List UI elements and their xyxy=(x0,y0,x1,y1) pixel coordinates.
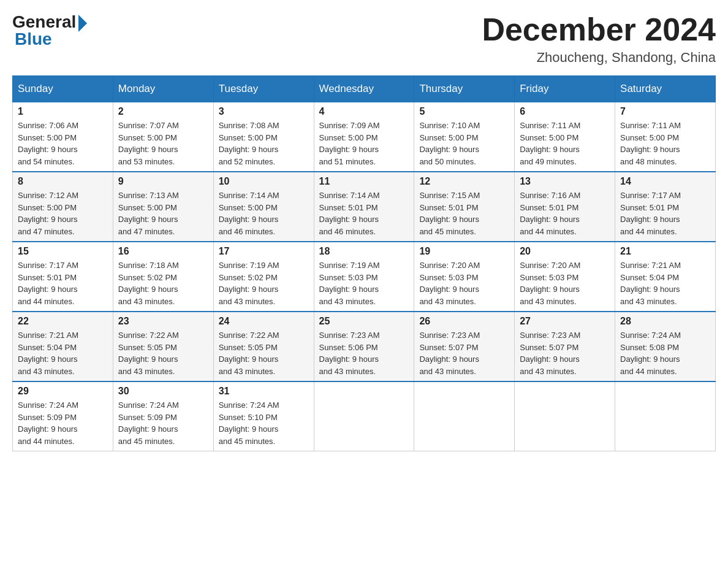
day-cell-21: 21 Sunrise: 7:21 AMSunset: 5:04 PMDaylig… xyxy=(615,242,716,312)
day-info: Sunrise: 7:08 AMSunset: 5:00 PMDaylight:… xyxy=(219,121,279,166)
col-header-friday: Friday xyxy=(515,76,615,102)
day-cell-30: 30 Sunrise: 7:24 AMSunset: 5:09 PMDaylig… xyxy=(113,381,213,451)
logo-blue-text: Blue xyxy=(12,29,52,49)
day-cell-9: 9 Sunrise: 7:13 AMSunset: 5:00 PMDayligh… xyxy=(113,172,213,242)
day-info: Sunrise: 7:06 AMSunset: 5:00 PMDaylight:… xyxy=(18,121,78,166)
title-block: December 2024 Zhoucheng, Shandong, China xyxy=(482,12,716,66)
day-cell-11: 11 Sunrise: 7:14 AMSunset: 5:01 PMDaylig… xyxy=(314,172,414,242)
day-info: Sunrise: 7:24 AMSunset: 5:09 PMDaylight:… xyxy=(18,400,78,446)
col-header-tuesday: Tuesday xyxy=(213,76,314,102)
day-info: Sunrise: 7:09 AMSunset: 5:00 PMDaylight:… xyxy=(319,121,380,166)
day-cell-17: 17 Sunrise: 7:19 AMSunset: 5:02 PMDaylig… xyxy=(213,242,314,312)
day-cell-23: 23 Sunrise: 7:22 AMSunset: 5:05 PMDaylig… xyxy=(113,312,213,381)
day-number: 26 xyxy=(419,316,509,327)
day-cell-16: 16 Sunrise: 7:18 AMSunset: 5:02 PMDaylig… xyxy=(113,242,213,312)
day-info: Sunrise: 7:11 AMSunset: 5:00 PMDaylight:… xyxy=(520,121,580,166)
day-cell-20: 20 Sunrise: 7:20 AMSunset: 5:03 PMDaylig… xyxy=(515,242,615,312)
day-number: 16 xyxy=(118,246,208,257)
day-number: 9 xyxy=(118,176,208,187)
day-number: 25 xyxy=(319,316,409,327)
day-info: Sunrise: 7:24 AMSunset: 5:10 PMDaylight:… xyxy=(219,400,279,446)
week-row-4: 22 Sunrise: 7:21 AMSunset: 5:04 PMDaylig… xyxy=(13,312,716,381)
day-info: Sunrise: 7:23 AMSunset: 5:07 PMDaylight:… xyxy=(520,331,580,376)
page-header: General Blue December 2024 Zhoucheng, Sh… xyxy=(12,12,716,66)
day-cell-7: 7 Sunrise: 7:11 AMSunset: 5:00 PMDayligh… xyxy=(615,102,716,172)
day-number: 10 xyxy=(219,176,309,187)
day-number: 5 xyxy=(419,106,509,117)
day-number: 1 xyxy=(18,106,108,117)
day-info: Sunrise: 7:20 AMSunset: 5:03 PMDaylight:… xyxy=(419,261,480,306)
calendar-header-row: SundayMondayTuesdayWednesdayThursdayFrid… xyxy=(13,76,716,102)
day-info: Sunrise: 7:15 AMSunset: 5:01 PMDaylight:… xyxy=(419,191,480,236)
day-number: 14 xyxy=(620,176,710,187)
day-cell-3: 3 Sunrise: 7:08 AMSunset: 5:00 PMDayligh… xyxy=(213,102,314,172)
day-info: Sunrise: 7:21 AMSunset: 5:04 PMDaylight:… xyxy=(620,261,681,306)
day-cell-8: 8 Sunrise: 7:12 AMSunset: 5:00 PMDayligh… xyxy=(13,172,113,242)
logo: General Blue xyxy=(12,12,87,49)
day-info: Sunrise: 7:11 AMSunset: 5:00 PMDaylight:… xyxy=(620,121,681,166)
day-info: Sunrise: 7:19 AMSunset: 5:03 PMDaylight:… xyxy=(319,261,380,306)
day-info: Sunrise: 7:07 AMSunset: 5:00 PMDaylight:… xyxy=(118,121,179,166)
day-number: 18 xyxy=(319,246,409,257)
week-row-1: 1 Sunrise: 7:06 AMSunset: 5:00 PMDayligh… xyxy=(13,102,716,172)
day-number: 28 xyxy=(620,316,710,327)
day-cell-22: 22 Sunrise: 7:21 AMSunset: 5:04 PMDaylig… xyxy=(13,312,113,381)
empty-cell xyxy=(615,381,716,451)
day-number: 30 xyxy=(118,386,208,397)
day-info: Sunrise: 7:22 AMSunset: 5:05 PMDaylight:… xyxy=(118,331,179,376)
logo-arrow-icon xyxy=(78,15,87,32)
day-number: 2 xyxy=(118,106,208,117)
col-header-thursday: Thursday xyxy=(414,76,515,102)
day-number: 3 xyxy=(219,106,309,117)
week-row-3: 15 Sunrise: 7:17 AMSunset: 5:01 PMDaylig… xyxy=(13,242,716,312)
day-number: 8 xyxy=(18,176,108,187)
day-cell-15: 15 Sunrise: 7:17 AMSunset: 5:01 PMDaylig… xyxy=(13,242,113,312)
empty-cell xyxy=(515,381,615,451)
day-number: 6 xyxy=(520,106,610,117)
day-cell-13: 13 Sunrise: 7:16 AMSunset: 5:01 PMDaylig… xyxy=(515,172,615,242)
day-info: Sunrise: 7:17 AMSunset: 5:01 PMDaylight:… xyxy=(620,191,681,236)
day-number: 12 xyxy=(419,176,509,187)
col-header-sunday: Sunday xyxy=(13,76,113,102)
day-info: Sunrise: 7:19 AMSunset: 5:02 PMDaylight:… xyxy=(219,261,279,306)
day-number: 27 xyxy=(520,316,610,327)
day-cell-24: 24 Sunrise: 7:22 AMSunset: 5:05 PMDaylig… xyxy=(213,312,314,381)
col-header-wednesday: Wednesday xyxy=(314,76,414,102)
day-info: Sunrise: 7:20 AMSunset: 5:03 PMDaylight:… xyxy=(520,261,580,306)
day-number: 24 xyxy=(219,316,309,327)
day-number: 23 xyxy=(118,316,208,327)
day-number: 20 xyxy=(520,246,610,257)
day-info: Sunrise: 7:16 AMSunset: 5:01 PMDaylight:… xyxy=(520,191,580,236)
day-number: 11 xyxy=(319,176,409,187)
day-cell-1: 1 Sunrise: 7:06 AMSunset: 5:00 PMDayligh… xyxy=(13,102,113,172)
day-number: 19 xyxy=(419,246,509,257)
day-number: 7 xyxy=(620,106,710,117)
day-info: Sunrise: 7:24 AMSunset: 5:08 PMDaylight:… xyxy=(620,331,681,376)
day-cell-4: 4 Sunrise: 7:09 AMSunset: 5:00 PMDayligh… xyxy=(314,102,414,172)
day-info: Sunrise: 7:10 AMSunset: 5:00 PMDaylight:… xyxy=(419,121,480,166)
day-number: 21 xyxy=(620,246,710,257)
calendar-table: SundayMondayTuesdayWednesdayThursdayFrid… xyxy=(12,75,716,451)
day-number: 29 xyxy=(18,386,108,397)
day-cell-6: 6 Sunrise: 7:11 AMSunset: 5:00 PMDayligh… xyxy=(515,102,615,172)
day-cell-31: 31 Sunrise: 7:24 AMSunset: 5:10 PMDaylig… xyxy=(213,381,314,451)
day-number: 31 xyxy=(219,386,309,397)
week-row-2: 8 Sunrise: 7:12 AMSunset: 5:00 PMDayligh… xyxy=(13,172,716,242)
col-header-monday: Monday xyxy=(113,76,213,102)
col-header-saturday: Saturday xyxy=(615,76,716,102)
day-info: Sunrise: 7:24 AMSunset: 5:09 PMDaylight:… xyxy=(118,400,179,446)
week-row-5: 29 Sunrise: 7:24 AMSunset: 5:09 PMDaylig… xyxy=(13,381,716,451)
day-cell-2: 2 Sunrise: 7:07 AMSunset: 5:00 PMDayligh… xyxy=(113,102,213,172)
day-cell-10: 10 Sunrise: 7:14 AMSunset: 5:00 PMDaylig… xyxy=(213,172,314,242)
empty-cell xyxy=(314,381,414,451)
day-info: Sunrise: 7:23 AMSunset: 5:07 PMDaylight:… xyxy=(419,331,480,376)
day-number: 22 xyxy=(18,316,108,327)
day-cell-29: 29 Sunrise: 7:24 AMSunset: 5:09 PMDaylig… xyxy=(13,381,113,451)
location-title: Zhoucheng, Shandong, China xyxy=(482,50,716,66)
day-cell-12: 12 Sunrise: 7:15 AMSunset: 5:01 PMDaylig… xyxy=(414,172,515,242)
day-number: 4 xyxy=(319,106,409,117)
day-number: 17 xyxy=(219,246,309,257)
day-cell-5: 5 Sunrise: 7:10 AMSunset: 5:00 PMDayligh… xyxy=(414,102,515,172)
day-info: Sunrise: 7:22 AMSunset: 5:05 PMDaylight:… xyxy=(219,331,279,376)
day-cell-25: 25 Sunrise: 7:23 AMSunset: 5:06 PMDaylig… xyxy=(314,312,414,381)
